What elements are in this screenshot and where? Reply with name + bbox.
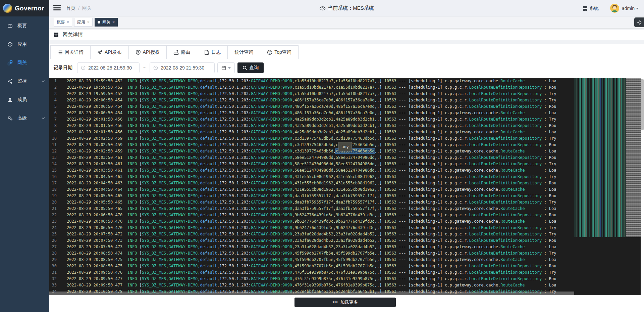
log-filter-row: 记录日期 2022-08-28 21:59:30 ~ 2022-08-29 21… xyxy=(54,62,264,73)
line-number: 17 xyxy=(49,180,57,186)
vertical-scrollbar-thumb[interactable] xyxy=(641,79,644,130)
tab-label: Top查询 xyxy=(274,49,291,55)
avatar[interactable] xyxy=(610,4,619,13)
chevron-down-icon xyxy=(42,80,45,82)
log-line: 242022-08-29 20:06:50.470 INFO [SYS_DZ_M… xyxy=(49,225,644,231)
tab-auth[interactable]: API授权 xyxy=(129,45,167,59)
horizontal-scrollbar[interactable] xyxy=(49,292,574,295)
tab-publish[interactable]: API发布 xyxy=(91,45,129,59)
shield-icon xyxy=(136,50,141,55)
line-number: 3 xyxy=(49,91,57,97)
hamburger-menu-button[interactable] xyxy=(53,5,61,11)
grid-icon xyxy=(583,6,587,10)
user-icon xyxy=(7,97,13,102)
minimap-accent-stripe xyxy=(600,78,601,237)
minimap-message-column xyxy=(626,78,641,237)
settings-gear-button[interactable] xyxy=(634,17,644,27)
tag-chip-gateway[interactable]: 网关× xyxy=(95,18,118,27)
sidebar-item-label: 应用 xyxy=(17,41,27,47)
log-line: 322022-08-29 20:09:50.477 INFO [SYS_DZ_M… xyxy=(49,276,644,282)
sidebar-item-overview[interactable]: 概要 xyxy=(0,16,49,35)
clock-icon xyxy=(153,65,158,70)
line-number: 2 xyxy=(49,84,57,91)
header-right: 系统 admin xyxy=(583,0,639,16)
eye-icon xyxy=(319,6,325,10)
system-switcher[interactable]: 系统 xyxy=(583,5,599,11)
search-button[interactable]: 查询 xyxy=(237,62,264,73)
tab-detail[interactable]: 网关详情 xyxy=(50,45,91,59)
log-line: 312022-08-29 20:09:50.476 INFO [SYS_DZ_M… xyxy=(49,269,644,276)
tab-route[interactable]: 路由 xyxy=(167,45,197,59)
more-dots-icon: ••• xyxy=(332,299,338,304)
log-line: 272022-08-29 20:07:50.473 INFO [SYS_DZ_M… xyxy=(49,244,644,250)
sidebar-item-label: 高级 xyxy=(17,115,27,121)
breadcrumb-home[interactable]: 首页 xyxy=(66,5,75,11)
tab-log[interactable]: 日志 xyxy=(197,45,228,59)
log-line: 262022-08-29 20:07:50.473 INFO [SYS_DZ_M… xyxy=(49,237,644,244)
line-number: 33 xyxy=(49,282,57,288)
sidebar-item-gateway[interactable]: 网关 xyxy=(0,53,49,72)
tag-chip-label: 概要 xyxy=(57,19,65,25)
tags-view-bar: 概要×应用×网关× xyxy=(49,16,644,28)
list-icon xyxy=(57,50,63,55)
current-system-label: 当前系统：MES系统 xyxy=(328,5,374,11)
tag-chip-label: 网关 xyxy=(102,19,110,25)
publish-icon xyxy=(97,50,103,55)
log-line: 12022-08-29 19:59:50.452 INFO [SYS_DZ_ME… xyxy=(49,78,644,84)
calendar-icon xyxy=(221,65,226,70)
page-title: 网关详情 xyxy=(63,32,83,38)
start-datetime-value: 2022-08-28 21:59:30 xyxy=(88,65,132,71)
line-number: 1 xyxy=(49,78,57,84)
line-number: 18 xyxy=(49,186,57,193)
load-more-button[interactable]: ••• 加载更多 xyxy=(294,298,396,307)
quick-range-dropdown-button[interactable] xyxy=(217,62,235,73)
line-number: 7 xyxy=(49,116,57,123)
system-switcher-label: 系统 xyxy=(589,5,599,11)
log-line: 162022-08-29 20:04:50.463 INFO [SYS_DZ_M… xyxy=(49,174,644,180)
line-number: 29 xyxy=(49,257,57,263)
log-line: 92022-08-29 20:01:50.456 INFO [SYS_DZ_ME… xyxy=(49,129,644,135)
user-menu-caret-icon[interactable] xyxy=(636,8,639,9)
log-line: 222022-08-29 20:06:50.470 INFO [SYS_DZ_M… xyxy=(49,212,644,218)
tab-label: 网关详情 xyxy=(65,49,84,55)
line-number: 27 xyxy=(49,244,57,250)
tag-chip-overview[interactable]: 概要× xyxy=(54,18,72,27)
close-icon[interactable]: × xyxy=(67,20,69,24)
line-number: 9 xyxy=(49,129,57,135)
panel-grid-icon xyxy=(54,33,58,37)
start-datetime-input[interactable]: 2022-08-28 21:59:30 xyxy=(77,62,140,73)
log-line: 42022-08-29 20:00:50.454 INFO [SYS_DZ_ME… xyxy=(49,97,644,103)
top-header: 首页 / 网关 当前系统：MES系统 系统 admin xyxy=(49,0,644,16)
end-datetime-input[interactable]: 2022-08-29 21:59:30 xyxy=(150,62,215,73)
cube-icon xyxy=(7,42,13,47)
line-number: 12 xyxy=(49,148,57,154)
chevron-down-icon xyxy=(228,67,231,69)
sidebar-item-app[interactable]: 应用 xyxy=(0,35,49,53)
sidebar-item-advanced[interactable]: 高级 xyxy=(0,109,49,127)
line-number: 30 xyxy=(49,263,57,269)
app-logo[interactable]: Governor xyxy=(0,0,49,16)
tab-label: API发布 xyxy=(105,49,122,55)
close-icon[interactable]: × xyxy=(112,20,115,24)
tab-stats[interactable]: 统计查询 xyxy=(228,45,260,59)
log-line: 152022-08-29 20:03:50.461 INFO [SYS_DZ_M… xyxy=(49,167,644,174)
tag-chip-app[interactable]: 应用× xyxy=(74,18,93,27)
log-editor[interactable]: 12022-08-29 19:59:50.452 INFO [SYS_DZ_ME… xyxy=(49,78,644,295)
active-dot-icon xyxy=(98,21,100,24)
sidebar-menu: 概要应用网关监控成员高级 xyxy=(0,16,49,127)
sidebar-item-monitor[interactable]: 监控 xyxy=(0,72,49,90)
line-number: 16 xyxy=(49,174,57,180)
log-file-icon xyxy=(204,50,209,55)
line-number: 28 xyxy=(49,250,57,257)
hover-tooltip: any xyxy=(338,142,352,151)
log-line: 72022-08-29 20:01:50.456 INFO [SYS_DZ_ME… xyxy=(49,116,644,123)
sidebar-item-member[interactable]: 成员 xyxy=(0,90,49,109)
gears-icon xyxy=(7,116,13,121)
breadcrumb-current: 网关 xyxy=(82,5,92,11)
share-nodes-icon xyxy=(7,79,13,84)
tab-top[interactable]: TOP10Top查询 xyxy=(260,45,299,59)
sidebar-item-label: 概要 xyxy=(17,23,27,29)
user-name[interactable]: admin xyxy=(622,6,635,11)
close-icon[interactable]: × xyxy=(87,20,90,24)
breadcrumb: 首页 / 网关 xyxy=(66,0,92,16)
